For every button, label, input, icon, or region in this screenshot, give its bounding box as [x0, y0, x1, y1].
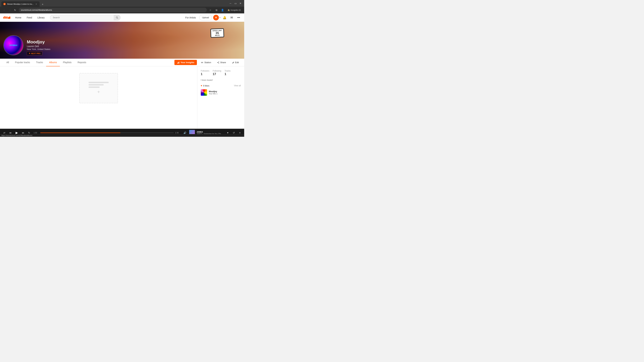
progress-fill [40, 133, 120, 133]
heart-icon: ♥ [201, 84, 202, 87]
svg-rect-4 [6, 16, 6, 18]
tracks-stat-value: 1 [224, 72, 230, 76]
likes-count-label: 9 likes [203, 84, 209, 87]
liked-track-item[interactable]: Moodjoy Your Mix 1 [201, 88, 241, 97]
incognito-badge[interactable]: 🕵 Incognito (2) [226, 8, 242, 12]
liked-artist-name: Moodjoy [209, 90, 241, 93]
likes-header: ♥ 9 likes View all [201, 84, 241, 87]
profile-avatar[interactable]: CITYWALK [3, 35, 24, 55]
svg-line-8 [118, 18, 118, 18]
current-time: 1:50 [34, 132, 39, 134]
sc-nav-right: For Artists Upload M ▾ 🔔 ✉ ••• [183, 13, 242, 22]
search-input[interactable] [50, 15, 120, 20]
svg-rect-10 [178, 62, 178, 63]
svg-rect-11 [179, 62, 179, 63]
liked-track-info: Moodjoy Your Mix 1 [209, 90, 241, 95]
tracks-stat-label: Tracks [224, 70, 230, 72]
minimize-button[interactable]: ─ [228, 1, 233, 6]
user-avatar[interactable]: M [213, 15, 219, 20]
avatar-dropdown[interactable]: M ▾ [213, 15, 220, 20]
forward-button[interactable]: → [8, 8, 12, 12]
sc-nav-links: Home Feed Library [12, 13, 47, 22]
library-nav-link[interactable]: Library [35, 13, 47, 22]
insights-button[interactable]: Your Insights [174, 60, 197, 65]
following-label: Following [213, 70, 221, 72]
soundcloud-logo-svg [3, 15, 11, 19]
active-tab[interactable]: SC Stream Moodjoy | Listen to mu... ✕ [1, 1, 40, 7]
station-label: Station [204, 61, 211, 64]
share-label: Share [220, 61, 226, 64]
status-url-text: https://soundcloud.com/a24beaba/albums [1, 135, 32, 136]
tab-reposts[interactable]: Reposts [75, 59, 89, 66]
more-options-button[interactable]: ••• [236, 15, 242, 20]
profile-location: New York, United States [27, 48, 50, 50]
followers-value: 1 [201, 72, 209, 76]
edit-label: Edit [235, 61, 239, 64]
tab-tracks[interactable]: Tracks [33, 59, 46, 66]
window-controls: ─ ▭ ✕ [228, 1, 243, 6]
progress-area: 1:50 2:36 [34, 132, 180, 134]
svg-rect-6 [7, 16, 8, 18]
placeholder-line-1 [88, 82, 109, 83]
tab-all[interactable]: All [3, 59, 12, 66]
progress-bar[interactable] [40, 133, 174, 133]
incognito-label: Incognito (2) [230, 9, 241, 11]
station-button[interactable]: Station [199, 60, 213, 65]
tab-close-button[interactable]: ✕ [35, 3, 38, 5]
stats-row: Followers 1 Following 17 Tracks 1 [201, 70, 241, 76]
hero-info: Moodjoy Lauren Deli New York, United Sta… [27, 39, 50, 55]
home-nav-link[interactable]: Home [12, 13, 24, 22]
svg-rect-2 [4, 16, 5, 18]
svg-rect-0 [3, 17, 4, 18]
view-all-link[interactable]: View all [234, 84, 241, 87]
followers-stat: Followers 1 [201, 70, 209, 76]
profile-name: Moodjoy [27, 39, 50, 44]
placeholder-line-2 [88, 84, 104, 85]
pro-star-icon: ★ [29, 52, 30, 54]
search-button[interactable] [114, 15, 120, 20]
tab-popular-tracks[interactable]: Popular tracks [12, 59, 33, 66]
following-value: 17 [213, 72, 221, 76]
reload-button[interactable]: ↻ [13, 8, 18, 12]
maximize-button[interactable]: ▭ [233, 1, 238, 6]
edit-button[interactable]: Edit [230, 60, 241, 65]
albums-empty-state: + [3, 70, 194, 103]
profile-actions: Your Insights Station Share [174, 60, 241, 65]
for-artists-link[interactable]: For Artists [183, 13, 198, 22]
bookmark-button[interactable]: ☆ [208, 8, 213, 12]
extensions-button[interactable]: ⧉ [214, 8, 219, 12]
address-input[interactable] [19, 8, 207, 12]
messages-button[interactable]: ✉ [229, 15, 234, 20]
svg-rect-3 [5, 16, 6, 18]
navigation-buttons: ← → ↻ [2, 8, 18, 12]
add-album-icon: + [97, 89, 100, 94]
svg-point-13 [218, 61, 219, 62]
pro-badge[interactable]: ★ NEXT PRO [27, 51, 42, 55]
profile-tabs: All Popular tracks Tracks Albums Playlis… [0, 59, 244, 66]
tab-albums[interactable]: Albums [46, 59, 60, 66]
chevron-down-icon: ▾ [220, 16, 220, 18]
content-left: + [0, 66, 197, 129]
liked-track-thumbnail [201, 89, 207, 96]
notifications-button[interactable]: 🔔 [222, 15, 228, 20]
new-tab-button[interactable]: + [40, 2, 45, 7]
feed-nav-link[interactable]: Feed [24, 13, 35, 22]
tab-playlists[interactable]: Playlists [60, 59, 74, 66]
status-bar: https://soundcloud.com/a24beaba/albums [0, 134, 244, 137]
search-icon [116, 16, 118, 19]
bio-text: I love music! [201, 79, 241, 82]
main-content: + Followers 1 Following 17 Tracks 1 [0, 66, 244, 129]
followers-label: Followers [201, 70, 209, 72]
likes-section: ♥ 9 likes View all Moodjoy Your Mix 1 [201, 84, 241, 97]
sc-logo[interactable] [3, 14, 11, 21]
share-button[interactable]: Share [215, 60, 228, 65]
liked-track-name: Your Mix 1 [209, 93, 241, 95]
browser-chrome: SC Stream Moodjoy | Listen to mu... ✕ + … [0, 0, 244, 7]
bottom-player: ⇄ ⏮ ▶ ⏭ ↻ 1:50 2:36 🔊 JAMES JAMES - Sept… [0, 129, 244, 137]
back-button[interactable]: ← [2, 8, 7, 12]
profile-button[interactable]: 👤 [220, 8, 225, 12]
upload-button[interactable]: Upload [199, 15, 212, 20]
create-album-placeholder[interactable]: + [79, 73, 118, 103]
close-button[interactable]: ✕ [238, 1, 243, 6]
search-container [50, 15, 120, 20]
